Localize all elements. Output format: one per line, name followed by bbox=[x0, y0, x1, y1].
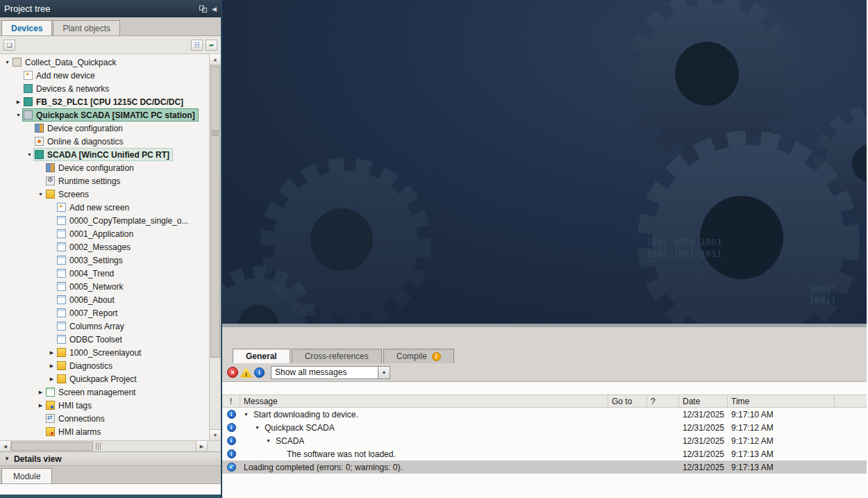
tree-item[interactable]: Screen management bbox=[0, 385, 209, 399]
tree-item[interactable]: Device configuration bbox=[0, 122, 209, 135]
message-text: Loading completed (errors: 0; warnings: … bbox=[244, 463, 403, 472]
expand-arrow-icon[interactable] bbox=[3, 60, 12, 65]
expand-arrow-icon[interactable] bbox=[25, 152, 34, 157]
splitter-grip[interactable] bbox=[96, 442, 101, 450]
message-text: Start downloading to device. bbox=[253, 410, 358, 420]
list-view-icon[interactable]: ☷ bbox=[191, 40, 203, 51]
message-date: 12/31/2025 bbox=[679, 460, 728, 474]
question-cell bbox=[647, 447, 679, 460]
tab-devices[interactable]: Devices bbox=[1, 20, 52, 35]
vertical-scrollbar[interactable]: ▲ ▼ bbox=[209, 54, 221, 440]
tree-item[interactable]: 0007_Report bbox=[0, 306, 209, 319]
tree-item[interactable]: HMI alarms bbox=[0, 425, 209, 438]
tree-item[interactable]: 0002_Messages bbox=[0, 240, 209, 254]
tree-item[interactable]: Online & diagnostics bbox=[0, 135, 209, 148]
scroll-up-icon[interactable]: ▲ bbox=[210, 54, 221, 65]
tree-item[interactable]: Devices & networks bbox=[0, 82, 209, 95]
column-header-goto[interactable]: Go to bbox=[608, 395, 647, 407]
vertical-scrollbar-thumb[interactable] bbox=[210, 66, 220, 358]
message-filter-value: Show all messages bbox=[272, 367, 378, 379]
tree-item[interactable]: Runtime settings bbox=[0, 174, 209, 188]
project-tree-title: Project tree bbox=[4, 3, 199, 14]
tree-item[interactable]: FB_S2_PLC1 [CPU 1215C DC/DC/DC] bbox=[0, 95, 209, 108]
tree-item[interactable]: 1000_Screenlayout bbox=[0, 346, 209, 359]
new-item-icon[interactable]: ❏ bbox=[3, 40, 15, 51]
expand-arrow-icon[interactable] bbox=[36, 403, 45, 408]
column-header-question[interactable]: ? bbox=[647, 395, 679, 407]
tab-compile[interactable]: Compile i bbox=[383, 349, 454, 363]
column-header-time[interactable]: Time bbox=[728, 395, 835, 407]
connections-icon bbox=[46, 414, 55, 423]
column-header-status[interactable]: ! bbox=[222, 395, 240, 407]
tree-item[interactable]: 0004_Trend bbox=[0, 267, 209, 280]
float-panels-icon[interactable] bbox=[199, 6, 207, 13]
expand-arrow-icon[interactable] bbox=[47, 350, 56, 356]
tree-item[interactable]: 0001_Application bbox=[0, 227, 209, 240]
tree-item[interactable]: 0003_Settings bbox=[0, 254, 209, 267]
expand-arrow-icon[interactable] bbox=[266, 438, 276, 443]
add-screen-icon bbox=[57, 203, 66, 212]
tree-item[interactable]: ODBC Toolset bbox=[0, 333, 209, 346]
message-row[interactable]: Quickpack SCADA 12/31/2025 9:17:12 AM bbox=[222, 421, 867, 434]
collapse-panel-icon[interactable]: ◀ bbox=[212, 6, 217, 13]
tree-item-label: HMI tags bbox=[58, 401, 92, 410]
tree-item[interactable]: Columns Array bbox=[0, 319, 209, 333]
tab-module[interactable]: Module bbox=[1, 468, 52, 483]
tree-item[interactable]: Add new screen bbox=[0, 201, 209, 214]
tree-item[interactable]: HMI tags bbox=[0, 399, 209, 412]
expand-arrow-icon[interactable] bbox=[36, 192, 45, 197]
tree-item[interactable]: Quickpack Project bbox=[0, 372, 209, 385]
expand-arrow-icon[interactable] bbox=[36, 390, 45, 395]
scroll-down-icon[interactable]: ▼ bbox=[210, 429, 221, 440]
expand-arrow-icon[interactable] bbox=[14, 113, 23, 117]
warning-filter-icon[interactable]: ! bbox=[240, 367, 252, 378]
tree-item[interactable]: Diagnostics bbox=[0, 359, 209, 372]
details-view-tabs: Module bbox=[0, 466, 221, 484]
message-row[interactable]: Start downloading to device. 12/31/2025 … bbox=[222, 408, 867, 421]
column-header-date[interactable]: Date bbox=[679, 395, 728, 407]
info-icon bbox=[227, 423, 236, 432]
tree-item[interactable]: Collect_Data_Quickpack bbox=[0, 56, 209, 69]
scroll-right-icon[interactable]: ▶ bbox=[196, 441, 207, 451]
tree-item[interactable]: Add new device bbox=[0, 69, 209, 82]
tab-general[interactable]: General bbox=[233, 349, 290, 363]
message-row[interactable]: Loading completed (errors: 0; warnings: … bbox=[222, 460, 867, 474]
dropdown-arrow-icon[interactable]: ▼ bbox=[378, 367, 390, 379]
tab-cross-references[interactable]: Cross-references bbox=[292, 349, 382, 363]
pc-station-icon bbox=[24, 110, 33, 119]
expand-arrow-icon[interactable] bbox=[255, 425, 265, 430]
tree-item[interactable]: 0000_CopyTemplate_single_o... bbox=[0, 214, 209, 227]
expand-view-icon[interactable]: ➦ bbox=[206, 40, 217, 51]
tree-item[interactable]: Device configuration bbox=[0, 161, 209, 174]
scroll-left-icon[interactable]: ◀ bbox=[0, 441, 11, 451]
expand-arrow-icon[interactable] bbox=[47, 363, 56, 369]
tree-item[interactable]: SCADA [WinCC Unified PC RT] bbox=[0, 148, 209, 161]
message-text: The software was not loaded. bbox=[287, 449, 396, 459]
info-filter-icon[interactable]: i bbox=[254, 367, 265, 378]
message-date: 12/31/2025 bbox=[679, 408, 728, 421]
message-text: SCADA bbox=[276, 436, 304, 446]
message-filter-dropdown[interactable]: Show all messages ▼ bbox=[271, 366, 390, 379]
collapse-details-icon[interactable]: ▼ bbox=[4, 456, 10, 462]
column-header-message[interactable]: Message bbox=[240, 395, 608, 407]
expand-arrow-icon[interactable] bbox=[47, 376, 56, 382]
scrollbar-grip[interactable] bbox=[212, 129, 219, 137]
horizontal-scrollbar[interactable]: ◀ ▶ bbox=[0, 440, 221, 451]
details-view-header[interactable]: ▼ Details view bbox=[0, 451, 221, 466]
folder-icon bbox=[46, 190, 55, 199]
tree-item[interactable]: Connections bbox=[0, 412, 209, 425]
expand-arrow-icon[interactable] bbox=[14, 99, 23, 105]
expand-arrow-icon[interactable] bbox=[244, 412, 253, 417]
tree-item[interactable]: Quickpack SCADA [SIMATIC PC station] bbox=[0, 108, 209, 122]
message-list: ! Message Go to ? Date Time Start dow bbox=[222, 382, 867, 498]
tree-item[interactable]: Screens bbox=[0, 188, 209, 201]
horizontal-scrollbar-thumb[interactable] bbox=[11, 442, 93, 451]
tree-item[interactable]: 0006_About bbox=[0, 293, 209, 306]
message-row[interactable]: SCADA 12/31/2025 9:17:12 AM bbox=[222, 434, 867, 447]
panel-bottom-bar bbox=[0, 495, 221, 498]
tab-plant-objects[interactable]: Plant objects bbox=[53, 20, 120, 35]
tree-item-label: Add new screen bbox=[69, 203, 129, 213]
message-row[interactable]: The software was not loaded. 12/31/2025 … bbox=[222, 447, 867, 460]
tree-item[interactable]: 0005_Network bbox=[0, 280, 209, 293]
error-filter-icon[interactable]: ✕ bbox=[227, 367, 238, 378]
